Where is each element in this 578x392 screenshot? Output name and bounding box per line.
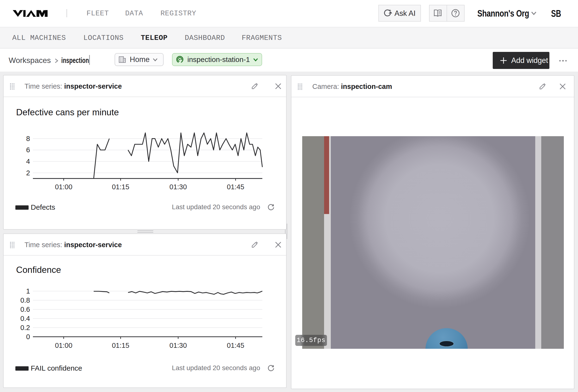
svg-text:01:15: 01:15: [112, 183, 130, 191]
svg-text:2: 2: [26, 169, 30, 177]
svg-text:01:30: 01:30: [169, 342, 187, 349]
svg-text:1: 1: [26, 287, 30, 295]
svg-text:01:00: 01:00: [55, 183, 73, 191]
svg-text:8: 8: [26, 135, 30, 143]
svg-text:01:45: 01:45: [227, 183, 244, 191]
svg-text:0.4: 0.4: [20, 315, 30, 322]
svg-text:01:30: 01:30: [169, 183, 187, 191]
svg-text:01:15: 01:15: [112, 342, 130, 349]
svg-text:6: 6: [26, 146, 30, 154]
svg-text:0.6: 0.6: [20, 305, 30, 313]
svg-text:01:45: 01:45: [227, 342, 244, 349]
svg-text:4: 4: [26, 157, 30, 165]
svg-text:0.2: 0.2: [20, 324, 30, 332]
svg-text:0: 0: [26, 333, 30, 341]
svg-text:Defective cans per minute: Defective cans per minute: [16, 107, 119, 117]
svg-text:01:00: 01:00: [55, 342, 73, 349]
svg-text:0.8: 0.8: [20, 296, 30, 304]
svg-text:Confidence: Confidence: [16, 265, 61, 275]
